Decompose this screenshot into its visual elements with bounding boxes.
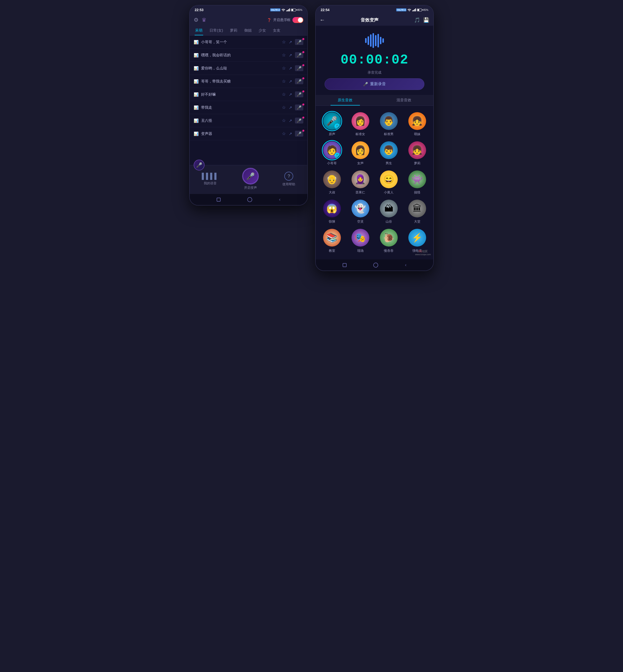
effect-luoli[interactable]: 👧 萝莉 bbox=[403, 139, 431, 168]
song-item-2[interactable]: 📊 爱你哟，么么哒 ☆ ↗ 🎤 bbox=[190, 62, 307, 75]
nav-my-voice[interactable]: ▌▌▌▌ 我的语音 bbox=[202, 173, 218, 185]
tab-luoli[interactable]: 萝莉 bbox=[227, 26, 241, 35]
star-icon-0[interactable]: ☆ bbox=[282, 39, 286, 45]
app-header-1: ⚙ ♛ ❓ 开启悬浮框 bbox=[190, 14, 307, 26]
recents-button-1[interactable] bbox=[217, 198, 220, 202]
effect-standard-male[interactable]: 👨 标准男 bbox=[375, 110, 403, 139]
effect-standard-female[interactable]: 👩 标准女 bbox=[346, 110, 375, 139]
star-icon-7[interactable]: ☆ bbox=[282, 131, 286, 136]
song-item-6[interactable]: 📊 丑八怪 ☆ ↗ 🎤 bbox=[190, 114, 307, 127]
effect-avatar-ethereal: 👻 bbox=[352, 200, 369, 217]
song-item-7[interactable]: 📊 变声器 ☆ ↗ 🎤 bbox=[190, 127, 307, 140]
tab-mixed-effects[interactable]: 混音音效 bbox=[375, 95, 433, 106]
star-icon-6[interactable]: ☆ bbox=[282, 118, 286, 123]
share-icon-3[interactable]: ↗ bbox=[289, 79, 292, 84]
mic-badge-0[interactable]: 🎤 bbox=[295, 39, 303, 45]
mic-badge-6[interactable]: 🎤 bbox=[295, 118, 303, 123]
tab-native-effects[interactable]: 原生音效 bbox=[316, 95, 375, 106]
floating-mic-button[interactable]: 🎤 bbox=[194, 159, 205, 171]
star-icon-1[interactable]: ☆ bbox=[282, 52, 286, 58]
effect-avatar-classroom: 📚 bbox=[323, 229, 341, 246]
effect-avatar-meng-mei: 👧 bbox=[408, 112, 426, 130]
effect-original[interactable]: 🎤 🎵 原声 bbox=[318, 110, 346, 139]
effect-ethereal[interactable]: 👻 空灵 bbox=[346, 197, 375, 226]
back-button-1[interactable]: ‹ bbox=[279, 197, 280, 202]
mic-badge-5[interactable]: 🎤 bbox=[295, 105, 303, 111]
share-icon-1[interactable]: ↗ bbox=[289, 53, 292, 58]
tab-girlfriend[interactable]: 女友 bbox=[269, 26, 284, 35]
share-icon-2[interactable]: ↗ bbox=[289, 66, 292, 71]
svg-point-0 bbox=[283, 11, 284, 11]
effect-female-voice[interactable]: 👩 女声 bbox=[346, 139, 375, 168]
tab-shaonv[interactable]: 少女 bbox=[255, 26, 269, 35]
song-item-0[interactable]: 📊 小哥哥，笑一个 ☆ ↗ 🎤 bbox=[190, 36, 307, 49]
waveform-icon-2: 📊 bbox=[194, 66, 199, 71]
share-icon-5[interactable]: ↗ bbox=[289, 105, 292, 110]
song-item-3[interactable]: 📊 哥哥，带我去买糖 ☆ ↗ 🎤 bbox=[190, 75, 307, 88]
back-button-2[interactable]: ‹ bbox=[405, 262, 407, 268]
star-icon-3[interactable]: ☆ bbox=[282, 79, 286, 84]
battery-icon-1 bbox=[291, 9, 296, 11]
star-icon-4[interactable]: ☆ bbox=[282, 92, 286, 97]
mic-badge-3[interactable]: 🎤 bbox=[295, 78, 303, 84]
song-item-1[interactable]: 📊 嘿嘿，我会听话的 ☆ ↗ 🎤 bbox=[190, 49, 307, 62]
floating-frame-toggle[interactable] bbox=[293, 17, 303, 23]
effect-label-original: 原声 bbox=[329, 132, 335, 136]
effect-avatar-electric: ⚡ bbox=[408, 229, 426, 246]
recents-button-2[interactable] bbox=[343, 263, 347, 267]
effect-label-luoli: 萝莉 bbox=[414, 161, 420, 166]
share-icon-6[interactable]: ↗ bbox=[289, 118, 292, 123]
song-item-4[interactable]: 📊 好不好嘛 ☆ ↗ 🎤 bbox=[190, 88, 307, 101]
effect-minion[interactable]: 😄 小黄人 bbox=[375, 168, 403, 197]
mic-badge-1[interactable]: 🎤 bbox=[295, 52, 303, 58]
re-record-button[interactable]: 🎤 重新录音 bbox=[325, 78, 425, 90]
waveform-display bbox=[316, 26, 433, 50]
music-list-icon[interactable]: 🎵 bbox=[414, 17, 420, 23]
settings-icon[interactable]: ⚙ bbox=[194, 17, 199, 23]
crown-icon[interactable]: ♛ bbox=[202, 17, 207, 23]
effect-tabs: 原生音效 混音音效 bbox=[316, 95, 433, 106]
effect-xiao-gege[interactable]: 🧑 🎵 小哥哥 bbox=[318, 139, 346, 168]
song-title-6: 丑八怪 bbox=[201, 118, 279, 123]
effect-daishu[interactable]: 👴 大叔 bbox=[318, 168, 346, 197]
effect-avatar-original: 🎤 🎵 bbox=[323, 112, 341, 130]
volte-badge-1: VoLTE 2 bbox=[270, 8, 280, 11]
effect-classroom[interactable]: 📚 教室 bbox=[318, 226, 346, 256]
mic-badge-7[interactable]: 🎤 bbox=[295, 131, 303, 137]
status-icons-1: VoLTE 2 45% bbox=[270, 8, 302, 11]
effect-live[interactable]: 🎭 现场 bbox=[346, 226, 375, 256]
save-icon[interactable]: 💾 bbox=[423, 17, 429, 23]
star-icon-2[interactable]: ☆ bbox=[282, 65, 286, 71]
effect-label-monster: 搞怪 bbox=[414, 190, 420, 195]
effect-meng-mei[interactable]: 👧 萌妹 bbox=[403, 110, 431, 139]
share-icon-4[interactable]: ↗ bbox=[289, 92, 292, 97]
song-item-5[interactable]: 📊 带我走 ☆ ↗ 🎤 bbox=[190, 101, 307, 114]
effect-avatar-monster: 👾 bbox=[408, 171, 426, 188]
effect-foreigner[interactable]: 🧕 歪果仁 bbox=[346, 168, 375, 197]
effect-horror[interactable]: 😱 惊悚 bbox=[318, 197, 346, 226]
mic-badge-4[interactable]: 🎤 bbox=[295, 91, 303, 97]
nav-voice-change[interactable]: 🎤 开启变声 bbox=[243, 168, 258, 190]
effect-monster[interactable]: 👾 搞怪 bbox=[403, 168, 431, 197]
nav-help[interactable]: ? 使用帮助 bbox=[283, 172, 295, 186]
help-icon[interactable]: ❓ bbox=[267, 18, 271, 22]
wifi-icon-2 bbox=[407, 8, 411, 11]
home-button-2[interactable] bbox=[373, 263, 378, 268]
effect-hall[interactable]: 🏛 大堂 bbox=[403, 197, 431, 226]
tab-yujie[interactable]: 御姐 bbox=[241, 26, 255, 35]
song-title-0: 小哥哥，笑一个 bbox=[201, 40, 279, 45]
back-button-header[interactable]: ← bbox=[320, 17, 325, 23]
share-icon-0[interactable]: ↗ bbox=[289, 40, 292, 45]
star-icon-5[interactable]: ☆ bbox=[282, 105, 286, 110]
effect-male-voice[interactable]: 👦 男生 bbox=[375, 139, 403, 168]
mic-badge-2[interactable]: 🎤 bbox=[295, 65, 303, 71]
tab-daemeng[interactable]: 呆萌 bbox=[192, 26, 206, 35]
effect-slow[interactable]: 🐌 慢吞吞 bbox=[375, 226, 403, 256]
phone-2: 22:54 VoLTE 2 45% bbox=[315, 5, 434, 271]
recording-status: 录音完成 bbox=[316, 69, 433, 78]
effect-valley[interactable]: 🏔 山谷 bbox=[375, 197, 403, 226]
share-icon-7[interactable]: ↗ bbox=[289, 132, 292, 136]
tab-daily-female[interactable]: 日常(女) bbox=[206, 26, 227, 35]
home-button-1[interactable] bbox=[247, 197, 252, 202]
signal-bars-2 bbox=[412, 8, 416, 11]
